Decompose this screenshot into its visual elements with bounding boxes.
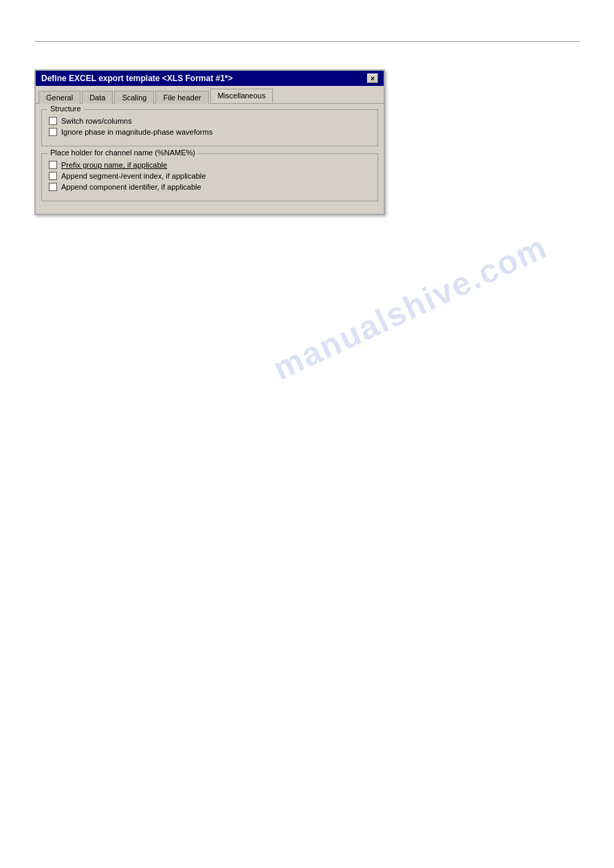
dialog-body: Structure Switch rows/columns Ignore pha… (36, 103, 384, 214)
switch-rows-row: Switch rows/columns (49, 117, 371, 125)
dialog-close-button[interactable]: × (367, 74, 378, 83)
append-segment-row: Append segment-/event index, if applicab… (49, 172, 371, 180)
placeholder-group-label: Place holder for channel name (%NAME%) (47, 148, 198, 157)
append-component-checkbox[interactable] (49, 183, 57, 191)
structure-group: Structure Switch rows/columns Ignore pha… (41, 109, 378, 146)
tab-file-header[interactable]: File header (155, 91, 208, 104)
switch-rows-checkbox[interactable] (49, 117, 57, 125)
tabs-bar: General Data Scaling File header Miscell… (36, 86, 384, 103)
dialog-title: Define EXCEL export template <XLS Format… (41, 74, 233, 83)
prefix-group-row: Prefix group name, if applicable (49, 161, 371, 169)
append-component-label: Append component identifier, if applicab… (61, 183, 201, 191)
tab-general[interactable]: General (39, 91, 80, 104)
tab-data[interactable]: Data (82, 91, 113, 104)
dialog-window: Define EXCEL export template <XLS Format… (34, 69, 385, 215)
tab-miscellaneous[interactable]: Miscellaneous (210, 89, 274, 103)
ignore-phase-row: Ignore phase in magnitude-phase waveform… (49, 128, 371, 136)
tab-scaling[interactable]: Scaling (114, 91, 154, 104)
dialog-titlebar: Define EXCEL export template <XLS Format… (36, 71, 384, 86)
switch-rows-label: Switch rows/columns (61, 117, 132, 125)
prefix-group-label: Prefix group name, if applicable (61, 161, 167, 169)
structure-group-label: Structure (47, 104, 84, 113)
append-segment-label: Append segment-/event index, if applicab… (61, 172, 206, 180)
append-component-row: Append component identifier, if applicab… (49, 183, 371, 191)
ignore-phase-label: Ignore phase in magnitude-phase waveform… (61, 128, 212, 136)
prefix-group-checkbox[interactable] (49, 161, 57, 169)
watermark: manualshive.com (267, 227, 553, 388)
placeholder-group: Place holder for channel name (%NAME%) P… (41, 153, 378, 201)
ignore-phase-checkbox[interactable] (49, 128, 57, 136)
append-segment-checkbox[interactable] (49, 172, 57, 180)
